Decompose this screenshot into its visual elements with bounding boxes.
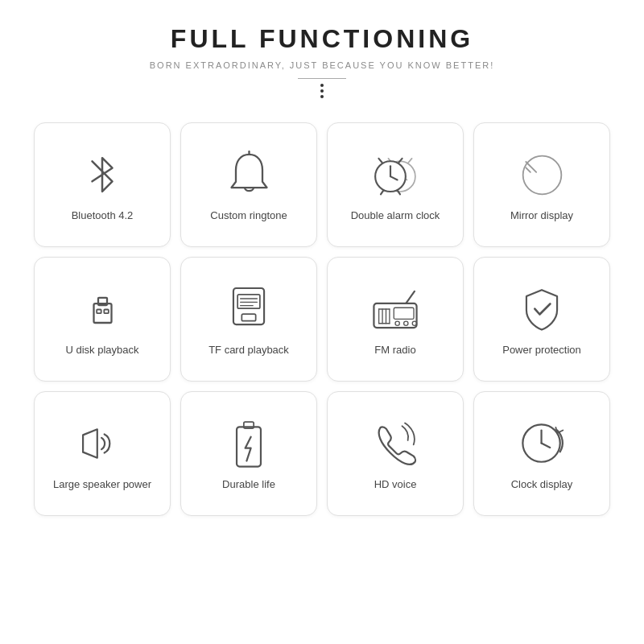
mirror-label: Mirror display bbox=[510, 209, 573, 221]
svg-line-9 bbox=[378, 159, 382, 163]
header-divider bbox=[298, 78, 346, 79]
svg-rect-18 bbox=[97, 309, 101, 313]
svg-line-44 bbox=[542, 444, 551, 448]
card-mirror: Mirror display bbox=[473, 122, 610, 247]
card-speaker: Large speaker power bbox=[34, 391, 171, 516]
battery-label: Durable life bbox=[222, 478, 275, 490]
page-subtitle: BORN EXTRAORDINARY, JUST BECAUSE YOU KNO… bbox=[150, 60, 494, 70]
shield-icon bbox=[516, 283, 568, 336]
page-header: FULL FUNCTIONING BORN EXTRAORDINARY, JUS… bbox=[150, 24, 494, 98]
svg-line-15 bbox=[526, 167, 530, 172]
svg-point-13 bbox=[522, 155, 561, 194]
header-dots bbox=[150, 84, 494, 98]
bluetooth-label: Bluetooth 4.2 bbox=[72, 209, 134, 221]
ringtone-label: Custom ringtone bbox=[210, 209, 287, 221]
dot-2 bbox=[320, 89, 324, 93]
svg-rect-40 bbox=[237, 427, 261, 466]
usb-label: U disk playback bbox=[65, 344, 138, 356]
usb-icon bbox=[76, 283, 129, 336]
card-radio: FM radio bbox=[327, 257, 464, 382]
svg-line-5 bbox=[408, 159, 411, 163]
svg-marker-38 bbox=[83, 429, 97, 457]
alarm-icon bbox=[369, 149, 422, 201]
features-grid: Bluetooth 4.2 Custom ringtone bbox=[18, 122, 626, 516]
radio-label: FM radio bbox=[374, 344, 415, 356]
tfcard-label: TF card playback bbox=[208, 344, 289, 356]
card-phone: HD voice bbox=[327, 391, 464, 516]
svg-line-14 bbox=[526, 162, 536, 172]
phone-label: HD voice bbox=[374, 478, 417, 490]
dot-3 bbox=[320, 95, 324, 98]
card-usb: U disk playback bbox=[34, 257, 171, 382]
svg-point-35 bbox=[395, 321, 399, 325]
card-battery: Durable life bbox=[180, 391, 317, 516]
card-alarm: Double alarm clock bbox=[327, 122, 464, 247]
page-title: FULL FUNCTIONING bbox=[150, 24, 494, 54]
clock-icon bbox=[516, 418, 568, 470]
card-shield: Power protection bbox=[473, 257, 610, 382]
svg-rect-19 bbox=[104, 309, 109, 313]
phone-icon bbox=[369, 418, 422, 470]
svg-point-36 bbox=[404, 321, 408, 325]
speaker-label: Large speaker power bbox=[53, 478, 151, 490]
alarm-label: Double alarm clock bbox=[351, 209, 440, 221]
clock-label: Clock display bbox=[511, 478, 573, 490]
dot-1 bbox=[320, 84, 324, 87]
battery-icon bbox=[223, 418, 275, 470]
shield-label: Power protection bbox=[502, 344, 581, 356]
svg-line-27 bbox=[406, 291, 415, 303]
card-tfcard: TF card playback bbox=[180, 257, 317, 382]
speaker-icon bbox=[76, 418, 129, 470]
bluetooth-icon bbox=[76, 149, 129, 201]
card-ringtone: Custom ringtone bbox=[180, 122, 317, 247]
svg-rect-21 bbox=[237, 295, 260, 308]
svg-rect-25 bbox=[242, 314, 255, 321]
svg-rect-34 bbox=[394, 308, 414, 319]
mirror-icon bbox=[516, 149, 568, 201]
bell-icon bbox=[223, 149, 275, 201]
card-bluetooth: Bluetooth 4.2 bbox=[34, 122, 171, 247]
card-clock: Clock display bbox=[473, 391, 610, 516]
tfcard-icon bbox=[223, 283, 275, 336]
radio-icon bbox=[369, 283, 422, 336]
svg-line-11 bbox=[381, 190, 383, 194]
